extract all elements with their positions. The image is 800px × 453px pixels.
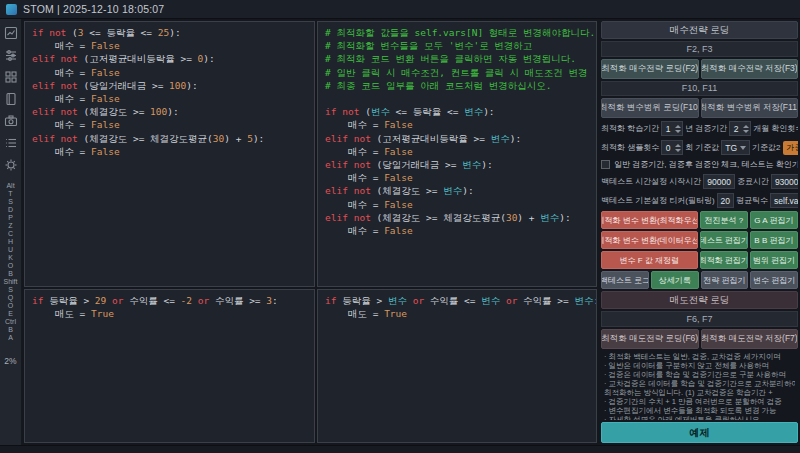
ticker-filter-input[interactable]: 20 xyxy=(717,193,734,208)
control-panel: 매수전략 로딩 F2, F3 최적화 매수전략 로딩(F2) 최적화 매수전략 … xyxy=(599,19,800,445)
backtest-base-row: 백테스트 기본설정 티커(필터링) 20 평균틱수 self.vars[0] xyxy=(601,192,798,209)
f2-f3-label: F2, F3 xyxy=(601,41,798,56)
example-button[interactable]: 예제 xyxy=(601,422,798,443)
sliders-icon[interactable] xyxy=(1,44,21,66)
sidebar-key-label: O xyxy=(8,262,13,270)
sidebar-key-label: S xyxy=(8,198,13,206)
code-panels: if not (3 <= 등락율 <= 25): 매수 = Falseelif … xyxy=(22,19,599,445)
spinner-arrows[interactable] xyxy=(674,125,682,133)
verify-period-label: 검증기간 xyxy=(695,123,727,134)
help-line: · 교차검증은 데이터를 학습 및 검증기간으로 교차분리하여 xyxy=(604,380,795,388)
sidebar-key-label: Shift xyxy=(3,278,17,286)
spinner-arrows[interactable] xyxy=(674,144,682,152)
spinner-arrows[interactable] xyxy=(742,125,750,133)
buy-condition-editor[interactable]: if not (3 <= 등락율 <= 25): 매수 = Falseelif … xyxy=(24,21,315,287)
optimize-period-row: 최적화 학습기간 1 년 검증기간 2 개월 확인횟수 1 회 xyxy=(601,120,798,137)
opt-var-convert-data-button[interactable]: 최적화 변수 변환(데이터우선) xyxy=(601,231,698,249)
learn-period-label: 최적화 학습기간 xyxy=(601,123,659,134)
opt-sell-save-button[interactable]: 최적화 매도전략 저장(F7) xyxy=(701,329,799,349)
var-resort-button[interactable]: 변수 F 값 재정렬 xyxy=(601,251,698,269)
learn-period-unit: 년 xyxy=(685,123,693,134)
sidebar-key-label: Z xyxy=(8,222,12,230)
f6-f7-label: F6, F7 xyxy=(601,311,798,326)
range-editor-button[interactable]: 범위 편집기 xyxy=(750,251,798,269)
sell-condition-editor[interactable]: if 등락율 > 29 or 수익률 <= -2 or 수익률 >= 3: 매도… xyxy=(24,289,315,443)
sidebar-key-label: T xyxy=(8,190,12,198)
verify-option-checkbox[interactable] xyxy=(601,160,610,169)
verify-period-spinner[interactable]: 2 xyxy=(729,121,751,136)
weighted-value-chip[interactable]: 가중값 xyxy=(783,141,799,155)
walk-forward-button[interactable]: 전진분석 ? xyxy=(700,211,748,229)
opt-buy-load-button[interactable]: 최적화 매수전략 로딩(F2) xyxy=(601,59,699,79)
title-bar[interactable]: STOM | 2025-12-10 18:05:07 xyxy=(0,0,800,19)
buy-optimize-editor[interactable]: # 최적화할 값들을 self.vars[N] 형태로 변경해야합니다.# 최적… xyxy=(317,21,597,287)
opt-range-load-button[interactable]: 최적화 변수범위 로딩(F10) xyxy=(601,98,699,118)
sidebar-key-label: P xyxy=(8,214,13,222)
avg-tick-input[interactable]: self.vars[0] xyxy=(770,193,798,208)
opt-var-convert-priority-button[interactable]: 최적화 변수 변환(최적화우선) xyxy=(601,211,698,229)
chevron-down-icon xyxy=(740,146,746,150)
learn-period-value: 1 xyxy=(662,124,674,134)
chart-icon[interactable] xyxy=(1,22,21,44)
sell-optimize-editor[interactable]: if 등락율 > 변수 or 수익률 <= 변수 or 수익률 >= 변수: 매… xyxy=(317,289,597,443)
sidebar-key-label: A xyxy=(8,334,13,342)
ga-editor-button[interactable]: G A 편집기 xyxy=(750,211,798,229)
opt-sell-load-button[interactable]: 최적화 매도전략 로딩(F6) xyxy=(601,329,699,349)
sample-count-value: 0 xyxy=(662,143,674,153)
opt-buy-save-button[interactable]: 최적화 매수전략 저장(F3) xyxy=(701,59,799,79)
sidebar-key-label: C xyxy=(8,230,13,238)
app-window: STOM | 2025-12-10 18:05:07 xyxy=(0,0,800,453)
backtest-time-row: 백테스트 시간설정 시작시간 90000 종료시간 93000 xyxy=(601,173,798,190)
help-line: · 최적화 백테스트는 일반, 검증, 교차검증 세가지이며 xyxy=(604,353,795,361)
criteria-value: TG xyxy=(725,143,737,153)
sample-count-spinner[interactable]: 0 xyxy=(661,140,683,155)
start-time-label: 시작시간 xyxy=(669,176,701,187)
sidebar: AltTSDPZCHUKOBShiftSQOECtrlBA 2% xyxy=(0,19,22,445)
criteria2-label: 기준값2 xyxy=(752,142,780,153)
verify-period-value: 2 xyxy=(730,124,742,134)
list-icon[interactable] xyxy=(1,132,21,154)
buy-strategy-loading-button[interactable]: 매수전략 로딩 xyxy=(601,21,798,39)
sidebar-key-label: D xyxy=(8,206,13,214)
variable-editor-button[interactable]: 변수 편집기 xyxy=(750,271,798,289)
learn-period-spinner[interactable]: 1 xyxy=(661,121,683,136)
backtest-log-button[interactable]: 백테스트 로그 xyxy=(601,271,649,289)
verify-option-text: 일반 검증기간, 검증후 검증안 체크, 테스트는 확인기간까지 선택 xyxy=(614,159,798,170)
end-time-input[interactable]: 93000 xyxy=(771,174,798,189)
f10-f11-label: F10, F11 xyxy=(601,81,798,96)
sidebar-keys: AltTSDPZCHUKOBShiftSQOECtrlBA xyxy=(3,182,17,342)
sidebar-key-label: E xyxy=(8,310,13,318)
help-line: · 변수편집기에서 변수들을 최적화 되도록 변경 가능 xyxy=(604,407,795,415)
widgets-icon[interactable] xyxy=(1,66,21,88)
sidebar-key-label: B xyxy=(8,326,13,334)
sidebar-key-label: Q xyxy=(8,294,13,302)
detail-record-button[interactable]: 상세기록 xyxy=(651,271,699,289)
main-area: AltTSDPZCHUKOBShiftSQOECtrlBA 2% if not … xyxy=(0,19,800,445)
sidebar-key-label: H xyxy=(8,238,13,246)
gear-icon[interactable] xyxy=(1,154,21,176)
help-line: · 검증은 데이터를 학습 및 검증기간으로 구분 사용하며 xyxy=(604,371,795,379)
criteria-select[interactable]: TG xyxy=(721,140,750,155)
sell-strategy-loading-button[interactable]: 매도전략 로딩 xyxy=(601,291,798,309)
optimize-editor-button[interactable]: 최적화 편집기 xyxy=(700,251,748,269)
sample-count-label: 최적화 샘플횟수 xyxy=(601,142,659,153)
sample-count-unit: 회 xyxy=(685,142,693,153)
confirm-count-label: 확인횟수 xyxy=(771,123,798,134)
bb-editor-button[interactable]: B B 편집기 xyxy=(750,231,798,249)
start-time-input[interactable]: 90000 xyxy=(703,174,735,189)
help-line: · 일반은 데이터를 구분하지 않고 전체를 사용하며 xyxy=(604,362,795,370)
verify-period-unit: 개월 xyxy=(753,123,769,134)
base-settings-label: 백테스트 기본설정 xyxy=(601,195,667,206)
strategy-editor-button[interactable]: 전략 편집기 xyxy=(701,271,749,289)
opt-range-save-button[interactable]: 최적화 변수범위 저장(F11) xyxy=(701,98,799,118)
camera-icon[interactable] xyxy=(1,110,21,132)
sidebar-key-label: Ctrl xyxy=(5,318,16,326)
sidebar-key-label: U xyxy=(8,246,13,254)
sidebar-key-label: S xyxy=(8,286,13,294)
optimize-sample-row: 최적화 샘플횟수 0 회 기준값 TG 기준값2 가중값 optuna xyxy=(601,139,798,156)
sidebar-key-label: K xyxy=(8,254,13,262)
sidebar-key-label: Alt xyxy=(6,182,14,190)
app-icon xyxy=(6,4,17,15)
book-icon[interactable] xyxy=(1,88,21,110)
test-editor-button[interactable]: 테스트 편집기 xyxy=(700,231,748,249)
